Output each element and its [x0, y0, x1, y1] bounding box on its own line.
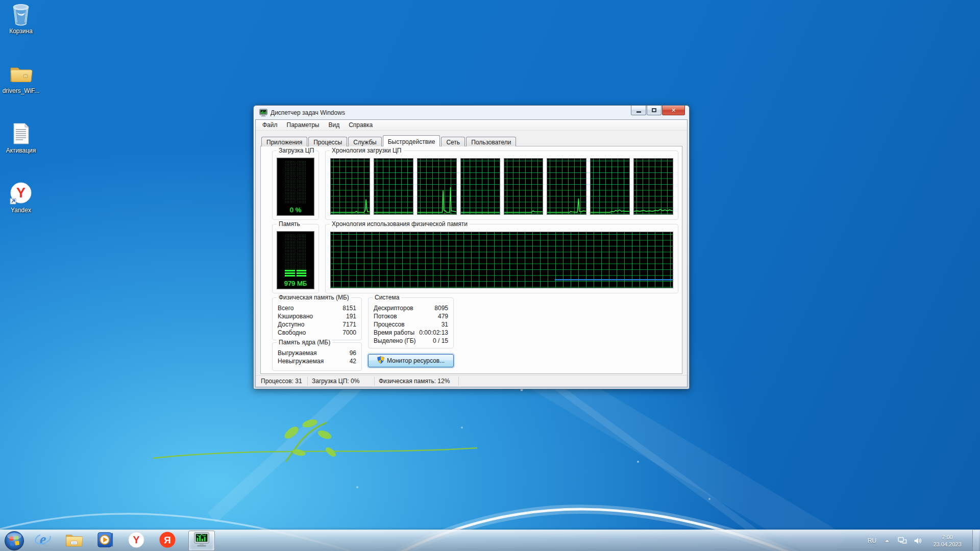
system-value: 0 / 15: [433, 337, 448, 345]
system-row: Выделено (ГБ)0 / 15: [374, 337, 448, 345]
yandex-icon: Я: [159, 531, 176, 550]
cpu-usage-group: Загрузка ЦП 0 %: [272, 151, 319, 220]
system-row: Дескрипторов8095: [374, 304, 448, 312]
network-icon[interactable]: [898, 537, 907, 545]
start-button[interactable]: [4, 531, 24, 551]
taskbar-icon-yandex-browser[interactable]: Y: [126, 531, 146, 551]
system-row: Процессов31: [374, 320, 448, 329]
desktop-icon-folder[interactable]: drivers_WiF...: [3, 62, 39, 94]
system-value: 31: [442, 320, 448, 329]
close-button[interactable]: ✕: [662, 106, 685, 115]
window-title: Диспетчер задач Windows: [271, 109, 345, 116]
resource-monitor-label: Монитор ресурсов...: [387, 357, 445, 364]
menu-item-2[interactable]: Параметры: [282, 120, 324, 130]
cpu-core-graph-3: [417, 158, 457, 215]
text-document-icon: [9, 121, 33, 146]
cpu-usage-label: Загрузка ЦП: [277, 147, 316, 154]
menu-item-4[interactable]: Справка: [344, 120, 377, 130]
show-desktop-button[interactable]: [972, 530, 979, 551]
physical-memory-row: Кэшировано191: [278, 312, 356, 320]
taskbar-icon-task-manager[interactable]: [188, 531, 215, 551]
desktop-icons: Корзинаdrivers_WiF...АктивацияYYandex: [3, 2, 39, 241]
physical-memory-row: Всего8151: [278, 304, 356, 312]
kernel-memory-label: Выгружаемая: [278, 349, 316, 357]
tab-процессы[interactable]: Процессы: [308, 137, 347, 146]
clock-time: 7:00: [928, 534, 966, 541]
cpu-core-graph-4: [460, 158, 500, 215]
physical-memory-title: Физическая память (МБ): [277, 294, 351, 301]
clock-date: 23.04.2023: [928, 541, 966, 548]
yandex-shortcut-icon: Y: [9, 181, 33, 206]
cpu-usage-value: 0 %: [277, 206, 314, 214]
cpu-history-group: Хронология загрузки ЦП: [325, 151, 678, 220]
clock[interactable]: 7:00 23.04.2023: [928, 534, 966, 548]
system-label: Потоков: [374, 312, 397, 320]
taskbar-icon-media-player[interactable]: [95, 531, 115, 551]
menu-item-3[interactable]: Вид: [324, 120, 344, 130]
system-value: 479: [438, 312, 448, 320]
system-group: Система Дескрипторов8095Потоков479Процес…: [368, 297, 454, 348]
memory-gauge: 979 МБ: [277, 231, 314, 289]
tab-active-performance[interactable]: Быстродействие: [383, 135, 440, 146]
cpu-usage-gauge: 0 %: [277, 158, 314, 216]
kernel-memory-group: Память ядра (МБ) Выгружаемая96Невыгружае…: [272, 342, 362, 371]
memory-usage-graph: [330, 232, 673, 288]
menu-item-1[interactable]: Файл: [258, 120, 282, 130]
taskbar: eYЯ RU 7:00 23.04.2023: [0, 530, 980, 551]
desktop-icon-label: Yandex: [11, 207, 31, 214]
media-player-icon: [96, 531, 114, 550]
tab-службы[interactable]: Службы: [348, 137, 381, 146]
uac-shield-icon: [377, 356, 384, 365]
cpu-core-graph-2: [374, 158, 413, 215]
system-label: Время работы: [374, 329, 414, 337]
tab-сеть[interactable]: Сеть: [441, 137, 465, 146]
kernel-memory-row: Невыгружаемая42: [278, 357, 356, 365]
volume-icon[interactable]: [913, 537, 922, 545]
tab-пользователи[interactable]: Пользователи: [466, 137, 516, 146]
yandex-browser-icon: Y: [128, 531, 145, 550]
desktop-icon-yandex-shortcut[interactable]: YYandex: [3, 181, 39, 214]
windows-explorer-icon: [65, 532, 83, 549]
cpu-core-graph-7: [590, 158, 630, 215]
kernel-memory-title: Память ядра (МБ): [277, 339, 332, 346]
hidden-icons-arrow-icon[interactable]: [883, 537, 892, 545]
physical-memory-value: 7171: [342, 320, 356, 329]
memory-history-graph: [330, 232, 673, 288]
desktop-icon-text-document[interactable]: Активация: [3, 121, 39, 154]
desktop-icon-label: drivers_WiF...: [3, 87, 40, 94]
menu-bar: ФайлПараметрыВидСправка: [256, 120, 687, 131]
cpu-core-graph-5: [504, 158, 544, 215]
physical-memory-label: Свободно: [278, 329, 306, 337]
physical-memory-group: Физическая память (МБ) Всего8151Кэширова…: [272, 297, 362, 340]
system-title: Система: [373, 294, 401, 301]
task-manager-window: Диспетчер задач Windows ✕ ФайлПараметрыВ…: [253, 105, 690, 389]
desktop-icon-recycle-bin[interactable]: Корзина: [3, 2, 39, 35]
memory-history-label: Хронология использования физической памя…: [330, 220, 470, 228]
language-indicator[interactable]: RU: [868, 537, 876, 544]
kernel-memory-value: 42: [350, 357, 356, 365]
cpu-core-graph-1: [330, 158, 370, 215]
taskbar-icon-windows-explorer[interactable]: [64, 531, 84, 551]
tab-приложения[interactable]: Приложения: [261, 137, 307, 146]
task-manager-icon: [192, 531, 211, 550]
physical-memory-label: Доступно: [278, 320, 304, 329]
cpu-core-graph-8: [633, 158, 673, 215]
title-bar[interactable]: Диспетчер задач Windows ✕: [255, 106, 688, 119]
recycle-bin-icon: [9, 2, 33, 27]
memory-label: Память: [277, 220, 302, 228]
kernel-memory-label: Невыгружаемая: [278, 357, 324, 365]
physical-memory-value: 7000: [342, 329, 356, 337]
taskbar-icon-internet-explorer[interactable]: e: [33, 531, 53, 551]
cpu-history-graphs: [330, 158, 673, 215]
physical-memory-value: 191: [346, 312, 356, 320]
task-manager-icon: [259, 109, 267, 117]
maximize-button[interactable]: [647, 106, 662, 115]
minimize-button[interactable]: [631, 106, 646, 115]
taskbar-icon-yandex[interactable]: Я: [157, 531, 178, 551]
tab-strip: ПриложенияПроцессыСлужбыБыстродействиеСе…: [260, 134, 682, 146]
memory-history-group: Хронология использования физической памя…: [325, 224, 678, 293]
memory-value: 979 МБ: [277, 280, 314, 287]
svg-text:Y: Y: [16, 185, 26, 201]
internet-explorer-icon: e: [34, 531, 52, 551]
resource-monitor-button[interactable]: Монитор ресурсов...: [368, 354, 454, 367]
